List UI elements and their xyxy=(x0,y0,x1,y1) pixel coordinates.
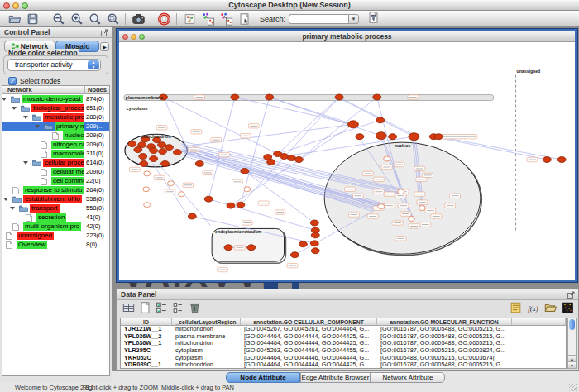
table-row[interactable]: YPL036W__1mitochondrion[GO:0044464, GO:0… xyxy=(121,340,566,347)
tree-row[interactable]: unassigned223(0) xyxy=(2,231,109,240)
network-node[interactable] xyxy=(290,252,299,258)
search-dropdown-arrow[interactable]: ▼ xyxy=(348,14,359,24)
network-node[interactable] xyxy=(389,134,397,140)
network-node[interactable] xyxy=(247,245,256,251)
zoom-out-icon[interactable] xyxy=(49,12,67,26)
window-minimize-button[interactable] xyxy=(12,2,19,9)
network-node-open[interactable] xyxy=(143,187,150,192)
column-header[interactable]: _cellularLayoutRegion xyxy=(172,318,241,325)
table-row[interactable]: YDR039C__1mitochondrion[GO:0044464, GO:0… xyxy=(121,361,566,369)
tree-row[interactable]: cellular process614(0) xyxy=(2,158,109,167)
network-node[interactable] xyxy=(294,157,303,163)
network-edge[interactable] xyxy=(438,136,562,160)
network-window-zoom-button[interactable] xyxy=(139,34,145,40)
network-node[interactable] xyxy=(173,150,181,155)
layout-blue-icon[interactable] xyxy=(199,12,217,26)
network-node[interactable] xyxy=(373,94,381,100)
table-row[interactable]: YPL036W__2plasma membrane[GO:0044464, GO… xyxy=(121,333,566,341)
column-header[interactable] xyxy=(512,318,566,325)
network-node[interactable] xyxy=(159,149,167,155)
network-node[interactable] xyxy=(310,241,318,246)
tree-row[interactable]: response to stimulu264(0) xyxy=(2,185,109,194)
network-node[interactable] xyxy=(128,141,136,147)
tree-row[interactable]: Overview8(0) xyxy=(2,240,109,249)
tree-row[interactable]: nucleobase-c209(0) xyxy=(2,131,109,140)
tree-row[interactable]: macromolecule311(0) xyxy=(2,149,109,158)
network-node-open[interactable] xyxy=(144,171,151,176)
network-node-open[interactable] xyxy=(168,181,175,186)
search-input[interactable] xyxy=(289,14,348,24)
tree-row[interactable]: cell communicat22(0) xyxy=(2,176,109,185)
resize-grip[interactable] xyxy=(569,384,577,391)
help-icon[interactable] xyxy=(155,12,173,26)
tree-row[interactable]: primary metabolic209(... xyxy=(2,122,109,131)
table-row[interactable]: YJR121W__1mitochondrion[GO:0045267, GO:0… xyxy=(121,326,566,333)
checklist-icon[interactable] xyxy=(155,301,169,314)
window-zoom-button[interactable] xyxy=(22,2,28,9)
network-node-open[interactable] xyxy=(408,217,414,222)
column-header[interactable]: ID xyxy=(121,318,172,325)
network-node[interactable] xyxy=(188,213,196,219)
network-node[interactable] xyxy=(241,168,249,174)
save-icon[interactable] xyxy=(23,12,41,26)
network-edge[interactable] xyxy=(270,98,381,136)
select-nodes-checkbox[interactable]: ✓ xyxy=(8,77,17,85)
network-node[interactable] xyxy=(557,157,566,163)
tree-row[interactable]: transport558(0) xyxy=(2,203,109,213)
tree-row[interactable]: establishment of lo558(0) xyxy=(2,194,109,203)
network-node[interactable] xyxy=(139,154,147,160)
table-row[interactable]: YKR052Ccytoplasm[GO:0044464, GO:0044446,… xyxy=(121,355,566,362)
zoom-selected-icon[interactable] xyxy=(103,12,122,26)
network-node[interactable] xyxy=(434,134,443,140)
network-node-open[interactable] xyxy=(178,192,184,197)
zoom-actual-icon[interactable] xyxy=(85,12,103,26)
annotation-icon[interactable] xyxy=(235,12,253,26)
network-node[interactable] xyxy=(158,142,166,148)
trash-icon[interactable] xyxy=(188,301,202,314)
network-node-open[interactable] xyxy=(244,187,251,192)
tree-header[interactable]: Network Nodes xyxy=(2,86,109,94)
network-node[interactable] xyxy=(311,248,319,254)
filter-page-icon[interactable] xyxy=(364,10,382,25)
tree-row[interactable]: biological_process651(0) xyxy=(2,103,109,112)
network-node-open[interactable] xyxy=(378,204,385,209)
table-scrollbar[interactable]: ▲ ▼ xyxy=(567,318,577,369)
tree-row[interactable]: secretion41(0) xyxy=(2,213,109,222)
network-node[interactable] xyxy=(409,133,419,141)
network-node[interactable] xyxy=(356,134,364,140)
tab-edge-attribute-browser[interactable]: Edge Attribute Browser xyxy=(300,372,371,383)
matrix-icon[interactable] xyxy=(561,301,575,314)
network-edge[interactable] xyxy=(278,98,339,155)
network-node-open[interactable] xyxy=(144,203,151,208)
network-window-titlebar[interactable]: primary metabolic process xyxy=(119,31,575,42)
float-panel-icon[interactable] xyxy=(567,291,575,299)
tree-row[interactable]: multi-organism pro42(0) xyxy=(2,222,109,231)
network-edge[interactable] xyxy=(270,98,353,125)
network-node[interactable] xyxy=(140,161,148,167)
network-node[interactable] xyxy=(237,202,245,208)
network-node[interactable] xyxy=(543,157,551,163)
new-page-icon[interactable] xyxy=(138,301,152,314)
network-node[interactable] xyxy=(335,94,343,100)
table-grid-icon[interactable] xyxy=(122,301,136,314)
network-node[interactable] xyxy=(231,94,239,100)
tree-row[interactable]: metabolic process280(0) xyxy=(2,112,109,122)
tree-row[interactable]: cellular metabol209(0) xyxy=(2,167,109,176)
layout-red-icon[interactable] xyxy=(217,12,235,26)
expander-icon[interactable] xyxy=(23,161,28,165)
network-node[interactable] xyxy=(311,232,319,238)
network-node[interactable] xyxy=(204,196,213,202)
expander-icon[interactable] xyxy=(12,107,17,110)
notes-icon[interactable] xyxy=(509,301,523,314)
network-node[interactable] xyxy=(299,241,307,247)
network-node[interactable] xyxy=(161,161,170,167)
folder-open-icon[interactable] xyxy=(543,301,557,314)
network-node[interactable] xyxy=(347,121,358,128)
node-color-dropdown[interactable]: transporter activity ▲▼ xyxy=(7,59,101,71)
network-node[interactable] xyxy=(376,117,385,123)
network-node[interactable] xyxy=(195,161,203,167)
network-node[interactable] xyxy=(267,160,275,165)
network-window-close-button[interactable] xyxy=(122,34,128,40)
network-node[interactable] xyxy=(266,94,274,100)
open-folder-icon[interactable] xyxy=(5,12,23,26)
